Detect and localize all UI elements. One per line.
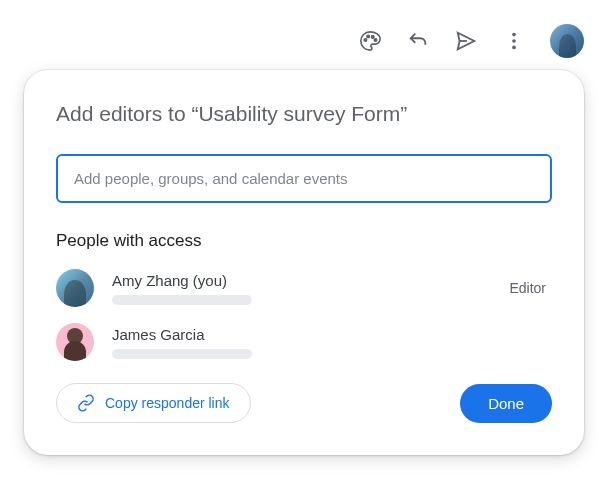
- person-email-placeholder: [112, 349, 252, 359]
- svg-point-3: [374, 39, 376, 41]
- dialog-actions: Copy responder link Done: [56, 383, 552, 423]
- person-info: James Garcia: [112, 326, 528, 359]
- add-people-input[interactable]: [56, 154, 552, 203]
- person-row: Amy Zhang (you) Editor: [56, 269, 552, 307]
- svg-point-1: [367, 35, 369, 37]
- svg-point-5: [512, 33, 516, 37]
- person-email-placeholder: [112, 295, 252, 305]
- svg-point-6: [512, 39, 516, 43]
- person-info: Amy Zhang (you): [112, 272, 491, 305]
- svg-point-7: [512, 46, 516, 50]
- svg-point-0: [364, 39, 366, 41]
- share-dialog: Add editors to “Usability survey Form” P…: [24, 70, 584, 455]
- top-toolbar: [358, 24, 584, 58]
- send-icon[interactable]: [454, 29, 478, 53]
- user-avatar[interactable]: [550, 24, 584, 58]
- person-name: Amy Zhang (you): [112, 272, 491, 289]
- person-row: James Garcia: [56, 323, 552, 361]
- svg-point-2: [372, 36, 374, 38]
- undo-icon[interactable]: [406, 29, 430, 53]
- copy-responder-link-button[interactable]: Copy responder link: [56, 383, 251, 423]
- person-avatar: [56, 323, 94, 361]
- more-vert-icon[interactable]: [502, 29, 526, 53]
- person-role: Editor: [509, 280, 552, 296]
- dialog-title: Add editors to “Usability survey Form”: [56, 102, 552, 126]
- palette-icon[interactable]: [358, 29, 382, 53]
- person-avatar: [56, 269, 94, 307]
- person-name: James Garcia: [112, 326, 528, 343]
- people-section-title: People with access: [56, 231, 552, 251]
- copy-link-label: Copy responder link: [105, 395, 230, 411]
- link-icon: [77, 394, 95, 412]
- done-button[interactable]: Done: [460, 384, 552, 423]
